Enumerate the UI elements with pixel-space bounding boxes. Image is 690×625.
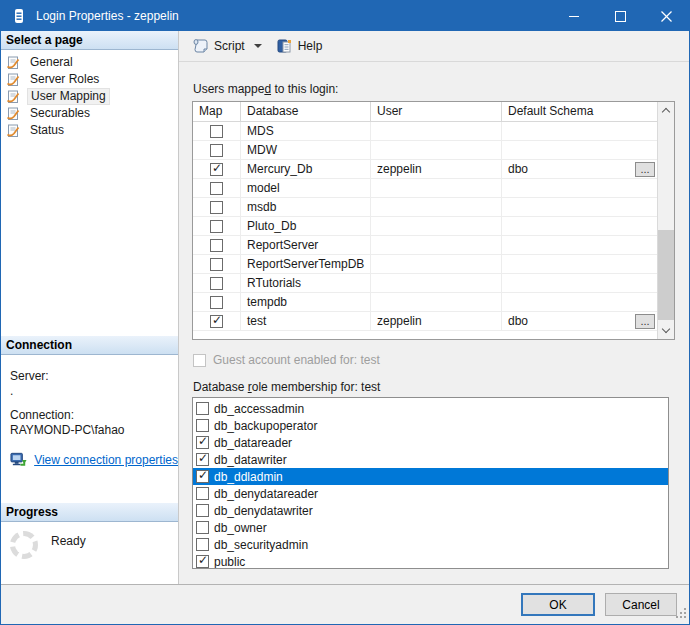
script-dropdown-icon [254,44,262,48]
map-checkbox[interactable] [210,296,223,309]
ok-button[interactable]: OK [521,593,595,616]
map-checkbox[interactable] [210,201,223,214]
role-list-item[interactable]: db_accessadmin [193,400,668,417]
role-list-item[interactable]: db_denydatawriter [193,502,668,519]
page-icon [6,90,22,104]
sidebar-item-general[interactable]: General [1,54,178,71]
map-checkbox[interactable] [210,144,223,157]
app-scroll-icon [12,8,26,24]
grid-scrollbar[interactable] [657,102,674,339]
table-row[interactable]: msdb [193,198,657,217]
help-button[interactable]: Help [273,35,326,57]
sidebar-item-label: Server Roles [27,72,102,87]
page-list: General Server Roles User Mapping Secura… [1,50,178,139]
role-checkbox[interactable] [196,470,209,483]
browse-schema-button[interactable]: ... [635,314,655,329]
map-cell [193,141,241,160]
role-checkbox[interactable] [196,436,209,449]
database-cell: model [241,179,371,198]
page-icon [6,73,22,87]
map-checkbox[interactable] [210,182,223,195]
column-header-user[interactable]: User [371,102,502,122]
maximize-icon [615,11,626,22]
role-checkbox[interactable] [196,402,209,415]
role-list-item[interactable]: db_securityadmin [193,536,668,553]
sidebar-item-securables[interactable]: Securables [1,105,178,122]
resize-grip[interactable] [676,608,687,622]
view-connection-properties-link[interactable]: View connection properties [34,453,178,468]
map-checkbox[interactable] [210,315,223,328]
sidebar-item-label: General [27,55,76,70]
scroll-up-button[interactable] [658,102,674,119]
role-checkbox[interactable] [196,419,209,432]
role-checkbox[interactable] [196,504,209,517]
map-checkbox[interactable] [210,163,223,176]
role-checkbox[interactable] [196,521,209,534]
minimize-icon [569,16,579,17]
close-button[interactable] [643,1,689,31]
table-row[interactable]: MDS [193,122,657,141]
sidebar-item-label: Status [27,123,67,138]
table-row[interactable]: tempdb [193,293,657,312]
role-list-item[interactable]: db_denydatareader [193,485,668,502]
browse-schema-button[interactable]: ... [635,162,655,177]
map-cell [193,179,241,198]
table-row[interactable]: ReportServer [193,236,657,255]
role-checkbox[interactable] [196,487,209,500]
table-row[interactable]: MDW [193,141,657,160]
role-checkbox[interactable] [196,538,209,551]
table-row[interactable]: test zeppelin dbo ... [193,312,657,331]
schema-cell [502,122,657,141]
table-row[interactable]: Pluto_Db [193,217,657,236]
minimize-button[interactable] [551,1,597,31]
script-label: Script [214,39,245,53]
user-mapping-grid: Map Database User Default Schema MDS MDW [192,101,675,340]
role-label: db_ddladmin [214,470,283,484]
map-checkbox[interactable] [210,125,223,138]
role-list-item[interactable]: db_datawriter [193,451,668,468]
schema-cell [502,255,657,274]
sidebar-item-server-roles[interactable]: Server Roles [1,71,178,88]
column-header-map[interactable]: Map [193,102,241,122]
map-checkbox[interactable] [210,220,223,233]
progress-header: Progress [1,503,178,522]
sidebar-item-label: Securables [27,106,93,121]
sidebar-item-status[interactable]: Status [1,122,178,139]
table-row[interactable]: model [193,179,657,198]
role-membership-label-post: ole membership for: test [252,380,381,394]
role-list-item[interactable]: db_owner [193,519,668,536]
role-label: public [214,555,245,569]
maximize-button[interactable] [597,1,643,31]
map-cell [193,236,241,255]
role-label: db_denydatawriter [214,504,313,518]
role-list-item[interactable]: db_backupoperator [193,417,668,434]
users-mapped-label-post: to this login: [271,82,338,96]
script-button[interactable]: Script [189,35,273,57]
role-list-item[interactable]: db_ddladmin [193,468,668,485]
connection-header: Connection [1,336,178,355]
user-mapping-page: Script Help Users mapped to t [179,31,689,584]
role-list-item[interactable]: db_datareader [193,434,668,451]
scroll-down-button[interactable] [658,322,674,339]
column-header-database[interactable]: Database [241,102,371,122]
role-list-item[interactable]: public [193,553,668,569]
user-cell [371,293,502,312]
role-label: db_securityadmin [214,538,308,552]
table-row[interactable]: RTutorials [193,274,657,293]
map-checkbox[interactable] [210,258,223,271]
user-cell [371,255,502,274]
map-checkbox[interactable] [210,239,223,252]
connection-block: Server: . Connection: RAYMOND-PC\fahao V… [1,355,178,468]
cancel-button[interactable]: Cancel [605,593,677,616]
sidebar-item-user-mapping[interactable]: User Mapping [1,88,178,105]
role-label: db_datawriter [214,453,287,467]
map-checkbox[interactable] [210,277,223,290]
role-checkbox[interactable] [196,453,209,466]
table-row[interactable]: Mercury_Db zeppelin dbo ... [193,160,657,179]
role-checkbox[interactable] [196,555,209,568]
table-row[interactable]: ReportServerTempDB [193,255,657,274]
titlebar[interactable]: Login Properties - zeppelin [1,1,689,31]
database-cell: Mercury_Db [241,160,371,179]
column-header-default-schema[interactable]: Default Schema [502,102,657,122]
scrollbar-thumb[interactable] [658,230,674,320]
